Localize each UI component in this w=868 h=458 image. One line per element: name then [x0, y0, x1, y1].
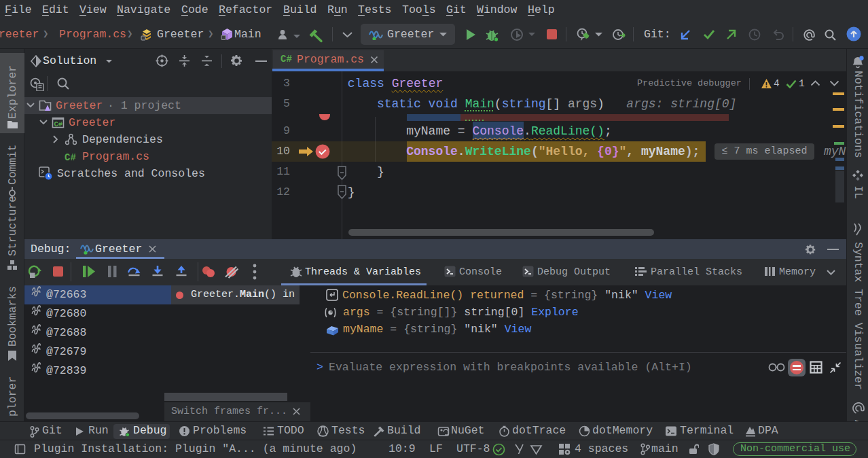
svg-text:C#: C#	[65, 152, 76, 163]
svg-text:C#: C#	[54, 120, 63, 128]
